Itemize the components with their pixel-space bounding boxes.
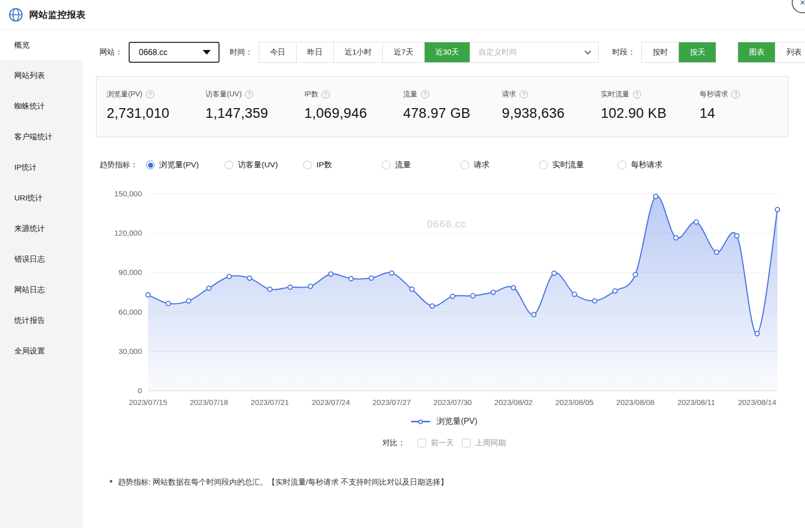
data-point[interactable] xyxy=(308,284,313,289)
y-tick-label: 0 xyxy=(138,386,142,395)
data-point[interactable] xyxy=(633,272,638,277)
compare-label: 对比： xyxy=(382,438,405,448)
data-point[interactable] xyxy=(288,285,292,290)
data-point[interactable] xyxy=(674,236,678,240)
data-point[interactable] xyxy=(410,287,414,292)
data-point[interactable] xyxy=(735,234,739,238)
time-range-button[interactable]: 近1小时 xyxy=(333,42,382,62)
x-tick-label: 2023/08/05 xyxy=(555,398,594,407)
x-tick-label: 2023/07/30 xyxy=(433,398,472,407)
stat-value: 2,731,010 xyxy=(107,106,196,121)
sidebar-item[interactable]: 错误日志 xyxy=(0,244,83,274)
sidebar-item[interactable]: 概览 xyxy=(0,30,83,60)
data-point[interactable] xyxy=(248,276,252,281)
sidebar-item[interactable]: 网站列表 xyxy=(0,60,83,91)
radio-icon[interactable] xyxy=(539,161,548,169)
data-point[interactable] xyxy=(329,272,333,276)
stat-card: IP数?1,069,946 xyxy=(294,77,393,137)
stat-label: 请求 xyxy=(502,90,516,99)
data-point[interactable] xyxy=(450,294,455,299)
period-button[interactable]: 按天 xyxy=(678,42,716,62)
period-button[interactable]: 按时 xyxy=(642,42,678,62)
time-range-button[interactable]: 今日 xyxy=(259,42,296,62)
radio-icon[interactable] xyxy=(618,161,626,169)
data-point[interactable] xyxy=(755,332,760,336)
stat-label: 实时流量 xyxy=(601,90,629,99)
data-point[interactable] xyxy=(349,276,353,281)
trend-metric-option[interactable]: IP数 xyxy=(303,160,382,170)
data-point[interactable] xyxy=(146,293,151,297)
data-point[interactable] xyxy=(511,286,516,290)
stat-card: 实时流量?102.90 KB xyxy=(591,77,690,137)
data-point[interactable] xyxy=(572,292,577,297)
data-point[interactable] xyxy=(207,286,211,291)
stat-label: 浏览量(PV) xyxy=(107,90,142,99)
data-point[interactable] xyxy=(267,287,272,292)
x-tick-label: 2023/08/11 xyxy=(677,398,715,407)
sidebar-item[interactable]: IP统计 xyxy=(0,152,83,183)
data-point[interactable] xyxy=(186,299,191,303)
radio-icon[interactable] xyxy=(303,161,312,169)
data-point[interactable] xyxy=(491,290,496,295)
app-header: 网站监控报表 xyxy=(0,0,805,30)
time-range-button[interactable]: 近30天 xyxy=(424,42,470,62)
trend-metric-option[interactable]: 流量 xyxy=(382,160,460,170)
trend-metric-option[interactable]: 实时流量 xyxy=(539,160,618,170)
help-icon[interactable]: ? xyxy=(633,90,641,98)
checkbox-icon[interactable] xyxy=(462,439,471,447)
sidebar-item[interactable]: 网站日志 xyxy=(0,274,83,305)
time-range-button[interactable]: 近7天 xyxy=(382,42,424,62)
trend-metric-option[interactable]: 每秒请求 xyxy=(618,160,696,170)
sidebar-item[interactable]: 蜘蛛统计 xyxy=(0,91,83,121)
data-point[interactable] xyxy=(714,250,719,255)
data-point[interactable] xyxy=(531,312,536,317)
data-point[interactable] xyxy=(166,301,171,306)
trend-metric-label: 请求 xyxy=(474,160,490,170)
data-point[interactable] xyxy=(471,294,475,298)
data-point[interactable] xyxy=(552,271,556,275)
compare-option[interactable]: 上周同期 xyxy=(462,438,506,448)
trend-metric-option[interactable]: 请求 xyxy=(460,160,539,170)
radio-icon[interactable] xyxy=(225,161,233,169)
compare-option[interactable]: 前一天 xyxy=(418,438,454,448)
data-point[interactable] xyxy=(653,194,658,199)
trend-metric-option[interactable]: 访客量(UV) xyxy=(225,160,303,170)
data-point[interactable] xyxy=(593,298,597,303)
radio-icon[interactable] xyxy=(460,161,469,169)
data-point[interactable] xyxy=(227,274,232,279)
stat-header: 每秒请求? xyxy=(699,90,788,99)
y-tick-label: 90,000 xyxy=(118,268,142,276)
sidebar-item[interactable]: 全局设置 xyxy=(0,336,83,366)
data-point[interactable] xyxy=(775,208,780,212)
help-icon[interactable]: ? xyxy=(146,90,154,98)
help-icon[interactable]: ? xyxy=(322,90,330,98)
data-point[interactable] xyxy=(430,304,435,309)
trend-metric-row-label: 趋势指标： xyxy=(100,160,138,170)
help-icon[interactable]: ? xyxy=(245,90,253,98)
sidebar-item[interactable]: 来源统计 xyxy=(0,213,83,244)
stat-value: 1,069,946 xyxy=(304,106,393,121)
trend-metric-option[interactable]: 浏览量(PV) xyxy=(146,160,225,170)
sidebar-item[interactable]: URI统计 xyxy=(0,183,83,213)
help-icon[interactable]: ? xyxy=(520,90,528,98)
radio-icon[interactable] xyxy=(382,161,391,169)
view-toggle-button[interactable]: 列表 xyxy=(775,42,805,62)
checkbox-icon[interactable] xyxy=(418,439,426,447)
help-icon[interactable]: ? xyxy=(421,90,429,98)
time-range-button[interactable]: 昨日 xyxy=(296,42,333,62)
data-point[interactable] xyxy=(369,276,374,281)
sidebar-item[interactable]: 客户端统计 xyxy=(0,121,83,152)
help-icon[interactable]: ? xyxy=(731,90,740,98)
stat-header: 请求? xyxy=(502,90,591,99)
radio-icon[interactable] xyxy=(146,161,155,169)
legend-item[interactable]: 浏览量(PV) xyxy=(83,416,805,427)
sidebar-item[interactable]: 统计报告 xyxy=(0,305,83,336)
view-toggle-button[interactable]: 图表 xyxy=(738,42,775,62)
data-point[interactable] xyxy=(613,289,618,293)
data-point[interactable] xyxy=(694,220,699,224)
chart-watermark: 0668.cc xyxy=(427,218,466,230)
custom-time-select[interactable]: 自定义时间 xyxy=(470,42,598,62)
stat-value: 9,938,636 xyxy=(502,106,591,121)
data-point[interactable] xyxy=(389,271,394,275)
site-select[interactable]: 0668.cc xyxy=(129,42,219,63)
